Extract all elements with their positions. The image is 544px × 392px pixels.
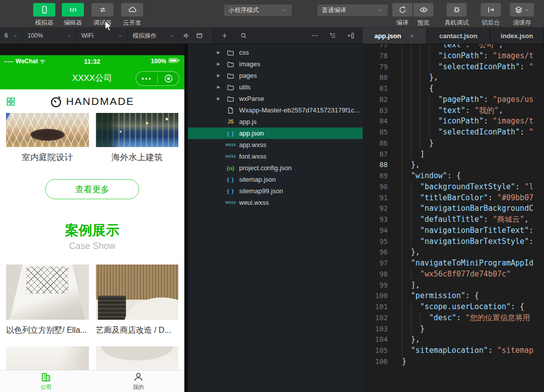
capsule-more-icon[interactable]: ●●● bbox=[136, 76, 157, 81]
tree-item-font-wxss[interactable]: WXSSfont.wxss bbox=[188, 151, 363, 162]
bug-icon bbox=[447, 3, 467, 17]
tree-item-images[interactable]: ▶images bbox=[188, 58, 363, 70]
line-number: 93 bbox=[363, 214, 388, 225]
phone-status-bar: ••••• WeChat 11:32 100% bbox=[0, 55, 184, 67]
toolbar-button-to-background[interactable]: 切后台 bbox=[481, 3, 501, 27]
tree-item-weui-wxss[interactable]: WXSSweui.wxss bbox=[188, 197, 363, 208]
code-line: 101"scope.userLocation": { bbox=[363, 302, 544, 313]
case-image bbox=[96, 113, 179, 147]
simulator-scrollbar[interactable] bbox=[184, 44, 188, 392]
folder-icon bbox=[225, 61, 237, 68]
sound-icon[interactable] bbox=[180, 28, 193, 44]
case-card[interactable] bbox=[6, 346, 89, 370]
section-title: 案例展示 bbox=[0, 222, 184, 239]
line-number: 88 bbox=[363, 160, 388, 171]
zoom-value: 100% bbox=[28, 32, 43, 39]
tree-item-css[interactable]: ▶css bbox=[188, 47, 363, 58]
capsule-exit-icon[interactable] bbox=[158, 74, 179, 83]
toolbar-button-preview[interactable]: 预览 bbox=[413, 3, 433, 27]
battery-percent: 100% bbox=[151, 58, 166, 65]
more-icon[interactable] bbox=[311, 32, 318, 39]
toolbar-button-compile[interactable]: 编译 bbox=[392, 3, 412, 27]
network-select[interactable]: WiFi bbox=[77, 28, 128, 44]
mode-select[interactable]: 小程序模式 bbox=[224, 5, 292, 16]
compile-mode-select[interactable]: 普通编译 bbox=[317, 5, 388, 16]
wxss-file-icon: WXSS bbox=[225, 155, 237, 158]
tab-cantact-json[interactable]: cantact.json bbox=[427, 28, 490, 44]
code-editor[interactable]: 77"text": "公司",78"iconPath": "images/t79… bbox=[363, 44, 544, 392]
toolbar-button-debugger[interactable]: 调试器 bbox=[91, 3, 114, 27]
folder-icon bbox=[225, 95, 237, 102]
tab-label: cantact.json bbox=[440, 32, 478, 40]
tree-item-utils[interactable]: ▶utils bbox=[188, 81, 363, 93]
case-image bbox=[6, 265, 89, 320]
toolbar-button-editor[interactable]: 编辑器 bbox=[62, 3, 84, 27]
tree-item-label: weui.wxss bbox=[239, 199, 269, 206]
tab-index-json[interactable]: index.json bbox=[490, 28, 544, 44]
cloud-icon bbox=[121, 3, 143, 17]
capsule-button[interactable]: ●●● bbox=[136, 71, 179, 86]
js-file-icon: JS bbox=[225, 119, 237, 124]
case-card[interactable]: 以色列立方别墅/ Ella... bbox=[6, 265, 89, 336]
code-line: 92"navigationBarBackgroundC bbox=[363, 203, 544, 214]
line-number: 102 bbox=[363, 313, 388, 324]
tree-item-project-config-json[interactable]: {o}project.config.json bbox=[188, 162, 363, 174]
tree-item-app-wxss[interactable]: WXSSapp.wxss bbox=[188, 139, 363, 151]
tree-item-wxParse[interactable]: ▶wxParse bbox=[188, 93, 363, 104]
tree-item-label: app.js bbox=[239, 118, 257, 125]
phone-tab-label: 公司 bbox=[41, 383, 52, 391]
tree-item-label: font.wxss bbox=[239, 153, 266, 160]
phone-tab-mine[interactable]: 我的 bbox=[92, 370, 185, 392]
toolbar-button-remote-debug[interactable]: 真机调试 bbox=[445, 3, 469, 27]
case-card[interactable]: 海外水上建筑 bbox=[96, 113, 179, 163]
toolbar-button-simulator[interactable]: 模拟器 bbox=[33, 3, 55, 27]
grid-icon[interactable] bbox=[6, 97, 16, 106]
toolbar-button-label: 编辑器 bbox=[64, 19, 82, 27]
case-card[interactable]: 室内庭院设计 bbox=[6, 113, 89, 163]
chevron-down-icon bbox=[118, 33, 123, 39]
search-icon[interactable] bbox=[240, 32, 247, 39]
tree-item-app-js[interactable]: JSapp.js bbox=[188, 116, 363, 127]
code-line: 93"defaultTitle": "商城云", bbox=[363, 214, 544, 225]
zoom-select[interactable]: 100% bbox=[23, 28, 77, 44]
device-select[interactable]: 6 bbox=[0, 28, 23, 44]
view-more-button[interactable]: 查看更多 bbox=[45, 179, 139, 199]
carrier-label: WeChat bbox=[16, 58, 38, 65]
featured-cards: 室内庭院设计 海外水上建筑 bbox=[0, 113, 184, 163]
line-number: 85 bbox=[363, 127, 388, 138]
hide-panel-icon[interactable] bbox=[348, 32, 355, 39]
tree-item-Wxapp-Master-eb2557d7415723179f1c-[interactable]: Wxapp-Master-eb2557d7415723179f1c... bbox=[188, 104, 363, 116]
line-number: 101 bbox=[363, 302, 388, 313]
case-card[interactable]: 艺廊及商店改造 / D... bbox=[96, 265, 179, 336]
detach-window-icon[interactable] bbox=[193, 28, 206, 44]
tree-item-app-json[interactable]: { }app.json bbox=[188, 127, 363, 139]
file-tree-panel: ▶css▶images▶pages▶utils▶wxParseWxapp-Mas… bbox=[188, 44, 363, 392]
collapse-all-icon[interactable] bbox=[330, 32, 337, 39]
phone-tab-company[interactable]: 公司 bbox=[0, 370, 92, 392]
main-area: ••••• WeChat 11:32 100% XXXX公司 ●●● bbox=[0, 44, 544, 392]
chevron-down-icon bbox=[282, 8, 287, 13]
close-icon[interactable] bbox=[409, 33, 415, 39]
toolbar-button-clear-cache[interactable]: 清缓存 bbox=[510, 3, 534, 27]
tree-item-pages[interactable]: ▶pages bbox=[188, 70, 363, 81]
line-number: 78 bbox=[363, 51, 388, 62]
tab-app-json[interactable]: app.json bbox=[363, 28, 427, 44]
simulate-action-select[interactable]: 模拟操作 bbox=[128, 28, 180, 44]
toolbar-button-cloud-dev[interactable]: 云开发 bbox=[121, 3, 143, 27]
tree-item-label: utils bbox=[239, 83, 251, 91]
tree-item-label: Wxapp-Master-eb2557d7415723179f1c... bbox=[239, 106, 360, 114]
tree-item-sitemap99-json[interactable]: { }sitemap99.json bbox=[188, 185, 363, 197]
tree-item-sitemap-json[interactable]: { }sitemap.json bbox=[188, 174, 363, 185]
case-card[interactable] bbox=[96, 346, 179, 370]
add-file-icon[interactable] bbox=[221, 32, 228, 39]
folder-icon bbox=[225, 84, 237, 91]
line-number: 105 bbox=[363, 345, 388, 356]
line-number: 103 bbox=[363, 324, 388, 335]
line-number: 106 bbox=[363, 356, 388, 367]
code-line: 89"window": { bbox=[363, 171, 544, 182]
toolbar-button-label: 切后台 bbox=[482, 19, 500, 27]
chevron-down-icon bbox=[378, 8, 383, 13]
panel-toggle-buttons: 模拟器编辑器调试器云开发 bbox=[0, 0, 143, 27]
tree-item-label: images bbox=[239, 60, 260, 68]
code-line: 95"navigationBarTextStyle": bbox=[363, 236, 544, 247]
